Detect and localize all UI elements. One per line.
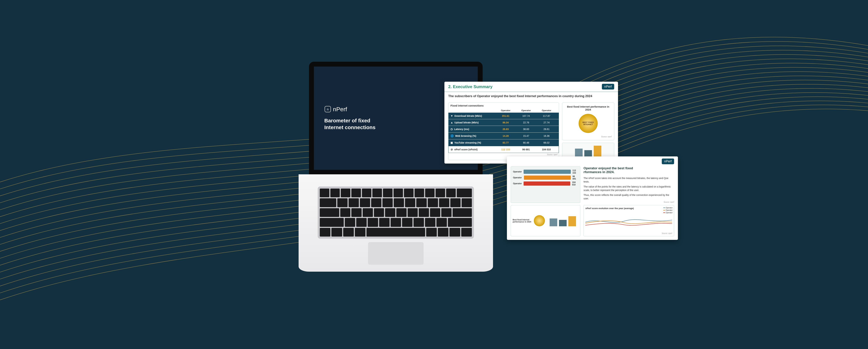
award-medal-icon: BEST FIXED INTERNET <box>579 114 598 133</box>
metric-value: 83.77 <box>495 141 516 144</box>
score-headline: Operator enjoyed the best fixed rformanc… <box>584 166 674 174</box>
metric-value: 28.61 <box>536 128 557 130</box>
nperf-tag-2: nPerf <box>662 158 674 164</box>
metric-value: 27.74 <box>536 121 557 124</box>
rank-bars: Operator112 153Operator96 691Operator104… <box>511 166 580 203</box>
laptop-title-line1: Barometer of fixed <box>324 117 375 124</box>
metric-icon: ▼ <box>451 114 453 117</box>
keyboard <box>318 186 474 239</box>
metric-table: Fixed internet connections Operator Oper… <box>448 103 559 160</box>
score-icon: ⊘ <box>451 148 453 151</box>
table-source: Source: nperf <box>448 153 559 156</box>
metric-value: 38.83 <box>516 128 536 130</box>
score-evolution-chart: nPerf score evolution over the year (ave… <box>584 205 674 236</box>
award-source: Source: nperf <box>565 136 612 138</box>
nperf-logo: n nPerf <box>324 106 375 113</box>
metric-label: Web browsing (%) <box>455 135 476 137</box>
col-operator-3: Operator <box>536 109 557 112</box>
metric-value: 66.02 <box>536 141 557 144</box>
score-desc-3: Thus, this score reflects the overall qu… <box>584 193 674 201</box>
metric-label: Download bitrate (Mb/s) <box>455 115 482 117</box>
metric-value: 15.47 <box>516 135 536 137</box>
svg-text:n: n <box>327 108 329 111</box>
metric-value: 107.74 <box>516 115 536 117</box>
metric-label: Upload bitrate (Mb/s) <box>455 121 478 124</box>
score-headline-top: Operator enjoyed the best fixed <box>584 166 633 170</box>
score-val-1: 112 153 <box>495 148 516 151</box>
score-desc-2: The value of the points for the rates an… <box>584 184 674 193</box>
rank-bar: Operator96 691 <box>513 175 578 180</box>
table-row: ◷Latency (ms)26.8338.8328.61 <box>448 126 559 133</box>
evol-source: Source: nperf <box>585 232 672 234</box>
score-card: nPerf Operator112 153Operator96 691Opera… <box>507 156 678 240</box>
metric-value: 351.61 <box>495 115 516 117</box>
score-label: nPerf score (nPoint) <box>454 148 477 151</box>
metric-value: 80.48 <box>516 141 536 144</box>
table-row: 🌐Web browsing (%)14.2815.4716.36 <box>448 133 559 139</box>
table-row: ▣YouTube streaming (%)83.7780.4866.02 <box>448 139 559 146</box>
score-row: ⊘nPerf score (nPoint) 112 153 96 691 104… <box>448 146 559 153</box>
metric-value: 14.28 <box>495 135 516 137</box>
score-val-2: 96 691 <box>516 148 536 151</box>
executive-summary-card: 2. Executive Summary nPerf The subscribe… <box>444 82 618 164</box>
medal-icon <box>534 215 545 226</box>
score-source: Source: nperf <box>584 201 674 203</box>
laptop-title-line2: Internet connections <box>324 124 375 131</box>
col-operator-2: Operator <box>516 109 536 112</box>
metric-value: 117.87 <box>536 115 557 117</box>
rank-bar: Operator112 153 <box>513 169 578 174</box>
score-headline-bottom: rformances in 2024. <box>584 170 633 174</box>
metric-value: 86.04 <box>495 121 516 124</box>
metric-label: Latency (ms) <box>454 128 469 130</box>
evol-title: nPerf score evolution over the year (ave… <box>585 207 672 210</box>
nperf-tag: nPerf <box>602 84 614 89</box>
score-val-3: 104 010 <box>536 148 557 151</box>
metric-icon: ▲ <box>451 121 453 124</box>
col-operator-1: Operator <box>495 109 516 112</box>
award-mini-title: Best fixed Internet performance in 2024 <box>513 219 532 223</box>
exec-subtitle: The subscribers of Operator enjoyed the … <box>444 92 618 100</box>
award-title: Best fixed Internet performance in 2024 <box>565 105 612 111</box>
table-title: Fixed internet connections <box>448 103 559 109</box>
metric-icon: 🌐 <box>451 134 454 138</box>
laptop-title: Barometer of fixed Internet connections <box>324 117 375 131</box>
metric-icon: ◷ <box>451 127 453 131</box>
trackpad <box>368 242 424 265</box>
award-mini-box: Best fixed Internet performance in 2024 <box>511 205 580 236</box>
evol-legend: Operator Operator Operator <box>663 207 673 214</box>
metric-icon: ▣ <box>451 141 453 144</box>
metric-value: 26.83 <box>495 128 516 130</box>
score-desc-1: The nPerf score takes into account the m… <box>584 176 674 184</box>
brand-text: nPerf <box>333 106 347 113</box>
metric-label: YouTube streaming (%) <box>454 141 481 144</box>
exec-title: 2. Executive Summary <box>448 84 493 89</box>
table-row: ▲Upload bitrate (Mb/s)86.0422.7627.74 <box>448 119 559 126</box>
table-row: ▼Download bitrate (Mb/s)351.61107.74117.… <box>448 112 559 119</box>
rank-bar: Operator104 010 <box>513 181 578 186</box>
metric-value: 16.36 <box>536 135 557 137</box>
metric-value: 22.76 <box>516 121 536 124</box>
award-box: Best fixed Internet performance in 2024 … <box>562 103 614 140</box>
